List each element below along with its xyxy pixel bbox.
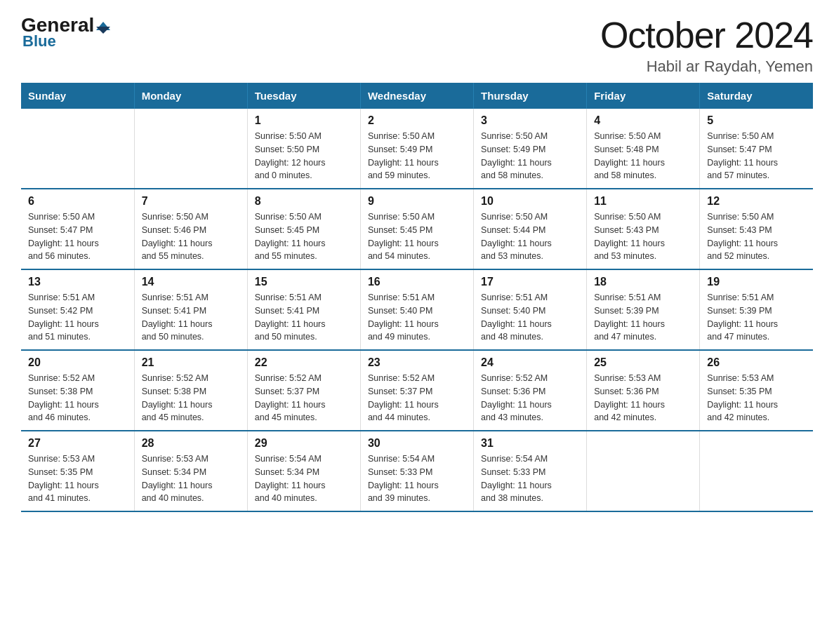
calendar-header-row: SundayMondayTuesdayWednesdayThursdayFrid… (21, 83, 813, 109)
day-cell (134, 109, 247, 189)
day-cell: 13Sunrise: 5:51 AMSunset: 5:42 PMDayligh… (21, 269, 134, 350)
day-number: 4 (594, 114, 692, 127)
day-cell: 4Sunrise: 5:50 AMSunset: 5:48 PMDaylight… (587, 109, 700, 189)
day-cell: 21Sunrise: 5:52 AMSunset: 5:38 PMDayligh… (134, 350, 247, 431)
day-cell: 24Sunrise: 5:52 AMSunset: 5:36 PMDayligh… (474, 350, 587, 431)
day-cell: 3Sunrise: 5:50 AMSunset: 5:49 PMDaylight… (474, 109, 587, 189)
day-info: Sunrise: 5:51 AMSunset: 5:41 PMDaylight:… (142, 291, 240, 344)
day-info: Sunrise: 5:50 AMSunset: 5:43 PMDaylight:… (707, 210, 806, 263)
day-info: Sunrise: 5:52 AMSunset: 5:36 PMDaylight:… (481, 372, 579, 424)
day-cell: 17Sunrise: 5:51 AMSunset: 5:40 PMDayligh… (474, 269, 587, 350)
day-cell: 31Sunrise: 5:54 AMSunset: 5:33 PMDayligh… (474, 431, 587, 511)
day-info: Sunrise: 5:54 AMSunset: 5:34 PMDaylight:… (255, 452, 353, 505)
day-cell: 19Sunrise: 5:51 AMSunset: 5:39 PMDayligh… (700, 269, 813, 350)
day-cell: 27Sunrise: 5:53 AMSunset: 5:35 PMDayligh… (21, 431, 134, 511)
day-info: Sunrise: 5:50 AMSunset: 5:50 PMDaylight:… (255, 130, 353, 182)
day-cell: 15Sunrise: 5:51 AMSunset: 5:41 PMDayligh… (247, 269, 360, 350)
day-number: 12 (707, 195, 806, 208)
day-number: 6 (28, 195, 127, 208)
day-cell: 23Sunrise: 5:52 AMSunset: 5:37 PMDayligh… (360, 350, 473, 431)
day-info: Sunrise: 5:52 AMSunset: 5:38 PMDaylight:… (28, 372, 127, 424)
calendar-table: SundayMondayTuesdayWednesdayThursdayFrid… (21, 83, 813, 512)
day-info: Sunrise: 5:53 AMSunset: 5:35 PMDaylight:… (28, 452, 127, 505)
day-cell: 28Sunrise: 5:53 AMSunset: 5:34 PMDayligh… (134, 431, 247, 511)
header-cell-thursday: Thursday (474, 83, 587, 109)
page-header: General Blue October 2024 Habil ar Rayda… (21, 14, 813, 76)
day-info: Sunrise: 5:50 AMSunset: 5:49 PMDaylight:… (481, 130, 579, 182)
day-info: Sunrise: 5:53 AMSunset: 5:36 PMDaylight:… (594, 372, 692, 424)
day-info: Sunrise: 5:52 AMSunset: 5:38 PMDaylight:… (142, 372, 240, 424)
day-info: Sunrise: 5:50 AMSunset: 5:47 PMDaylight:… (28, 210, 127, 263)
title-block: October 2024 Habil ar Raydah, Yemen (600, 14, 813, 76)
header-cell-sunday: Sunday (21, 83, 134, 109)
day-number: 2 (368, 114, 466, 127)
logo-icon (96, 22, 110, 34)
day-info: Sunrise: 5:51 AMSunset: 5:40 PMDaylight:… (481, 291, 579, 344)
day-number: 24 (481, 356, 579, 369)
day-number: 19 (707, 276, 806, 288)
day-cell: 26Sunrise: 5:53 AMSunset: 5:35 PMDayligh… (700, 350, 813, 431)
day-info: Sunrise: 5:53 AMSunset: 5:34 PMDaylight:… (142, 452, 240, 505)
header-cell-saturday: Saturday (700, 83, 813, 109)
week-row-1: 1Sunrise: 5:50 AMSunset: 5:50 PMDaylight… (21, 109, 813, 189)
day-number: 31 (481, 437, 579, 450)
day-cell: 20Sunrise: 5:52 AMSunset: 5:38 PMDayligh… (21, 350, 134, 431)
day-info: Sunrise: 5:50 AMSunset: 5:45 PMDaylight:… (255, 210, 353, 263)
day-info: Sunrise: 5:51 AMSunset: 5:41 PMDaylight:… (255, 291, 353, 344)
day-number: 7 (142, 195, 240, 208)
day-number: 8 (255, 195, 353, 208)
day-number: 9 (368, 195, 466, 208)
day-info: Sunrise: 5:50 AMSunset: 5:46 PMDaylight:… (142, 210, 240, 263)
day-info: Sunrise: 5:52 AMSunset: 5:37 PMDaylight:… (255, 372, 353, 424)
day-cell: 25Sunrise: 5:53 AMSunset: 5:36 PMDayligh… (587, 350, 700, 431)
day-cell: 12Sunrise: 5:50 AMSunset: 5:43 PMDayligh… (700, 189, 813, 269)
day-info: Sunrise: 5:54 AMSunset: 5:33 PMDaylight:… (481, 452, 579, 505)
day-info: Sunrise: 5:51 AMSunset: 5:39 PMDaylight:… (707, 291, 806, 344)
day-info: Sunrise: 5:50 AMSunset: 5:48 PMDaylight:… (594, 130, 692, 182)
day-cell (700, 431, 813, 511)
day-info: Sunrise: 5:52 AMSunset: 5:37 PMDaylight:… (368, 372, 466, 424)
day-number: 14 (142, 276, 240, 288)
week-row-4: 20Sunrise: 5:52 AMSunset: 5:38 PMDayligh… (21, 350, 813, 431)
day-number: 22 (255, 356, 353, 369)
day-cell: 10Sunrise: 5:50 AMSunset: 5:44 PMDayligh… (474, 189, 587, 269)
day-info: Sunrise: 5:51 AMSunset: 5:40 PMDaylight:… (368, 291, 466, 344)
day-number: 26 (707, 356, 806, 369)
day-info: Sunrise: 5:53 AMSunset: 5:35 PMDaylight:… (707, 372, 806, 424)
day-number: 18 (594, 276, 692, 288)
day-number: 17 (481, 276, 579, 288)
day-cell: 11Sunrise: 5:50 AMSunset: 5:43 PMDayligh… (587, 189, 700, 269)
day-info: Sunrise: 5:51 AMSunset: 5:39 PMDaylight:… (594, 291, 692, 344)
day-info: Sunrise: 5:51 AMSunset: 5:42 PMDaylight:… (28, 291, 127, 344)
header-cell-wednesday: Wednesday (360, 83, 473, 109)
day-number: 29 (255, 437, 353, 450)
day-info: Sunrise: 5:54 AMSunset: 5:33 PMDaylight:… (368, 452, 466, 505)
day-number: 21 (142, 356, 240, 369)
header-cell-tuesday: Tuesday (247, 83, 360, 109)
day-info: Sunrise: 5:50 AMSunset: 5:45 PMDaylight:… (368, 210, 466, 263)
day-number: 23 (368, 356, 466, 369)
day-cell: 18Sunrise: 5:51 AMSunset: 5:39 PMDayligh… (587, 269, 700, 350)
day-number: 25 (594, 356, 692, 369)
day-cell: 7Sunrise: 5:50 AMSunset: 5:46 PMDaylight… (134, 189, 247, 269)
day-cell: 29Sunrise: 5:54 AMSunset: 5:34 PMDayligh… (247, 431, 360, 511)
day-number: 3 (481, 114, 579, 127)
day-cell: 14Sunrise: 5:51 AMSunset: 5:41 PMDayligh… (134, 269, 247, 350)
day-number: 15 (255, 276, 353, 288)
day-cell: 5Sunrise: 5:50 AMSunset: 5:47 PMDaylight… (700, 109, 813, 189)
page-title: October 2024 (600, 14, 813, 56)
day-cell (21, 109, 134, 189)
day-cell: 8Sunrise: 5:50 AMSunset: 5:45 PMDaylight… (247, 189, 360, 269)
day-number: 1 (255, 114, 353, 127)
day-info: Sunrise: 5:50 AMSunset: 5:49 PMDaylight:… (368, 130, 466, 182)
day-number: 11 (594, 195, 692, 208)
day-cell (587, 431, 700, 511)
day-cell: 2Sunrise: 5:50 AMSunset: 5:49 PMDaylight… (360, 109, 473, 189)
logo-blue-text: Blue (22, 32, 56, 51)
header-cell-friday: Friday (587, 83, 700, 109)
day-number: 5 (707, 114, 806, 127)
day-cell: 6Sunrise: 5:50 AMSunset: 5:47 PMDaylight… (21, 189, 134, 269)
week-row-2: 6Sunrise: 5:50 AMSunset: 5:47 PMDaylight… (21, 189, 813, 269)
week-row-3: 13Sunrise: 5:51 AMSunset: 5:42 PMDayligh… (21, 269, 813, 350)
day-info: Sunrise: 5:50 AMSunset: 5:43 PMDaylight:… (594, 210, 692, 263)
